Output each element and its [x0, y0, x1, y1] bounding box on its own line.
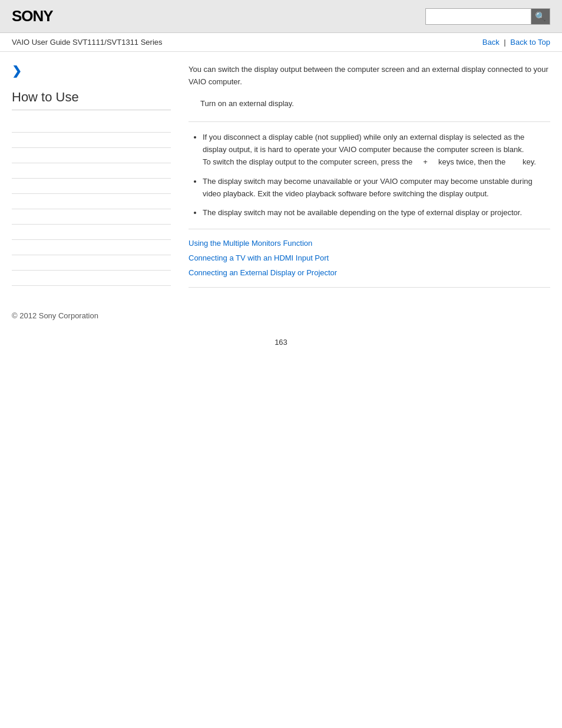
related-link-external-display[interactable]: Connecting an External Display or Projec… [189, 266, 550, 281]
list-item: The display switch may become unavailabl… [203, 176, 550, 200]
list-item [12, 148, 171, 163]
search-icon: 🔍 [535, 11, 546, 22]
list-item [12, 271, 171, 286]
main-container: ❯ How to Use You can switch the display … [0, 52, 562, 299]
list-item [12, 163, 171, 179]
content-intro: You can switch the display output betwee… [189, 64, 550, 88]
back-link[interactable]: Back [482, 38, 500, 47]
list-item [12, 225, 171, 240]
step-note: Turn on an external display. [200, 98, 550, 110]
list-item [12, 133, 171, 148]
list-item [12, 240, 171, 255]
copyright-text: © 2012 Sony Corporation [12, 311, 98, 320]
sony-logo: SONY [12, 7, 53, 25]
sidebar: ❯ How to Use [12, 64, 183, 288]
list-item [12, 179, 171, 194]
nav-separator: | [504, 38, 505, 47]
related-links: Using the Multiple Monitors Function Con… [189, 229, 550, 288]
search-input[interactable] [425, 8, 531, 25]
guide-title: VAIO User Guide SVT1111/SVT1311 Series [12, 38, 163, 47]
list-item [12, 194, 171, 209]
related-link-multiple-monitors[interactable]: Using the Multiple Monitors Function [189, 236, 550, 251]
back-to-top-link[interactable]: Back to Top [510, 38, 550, 47]
list-item: If you disconnect a display cable (not s… [203, 131, 550, 168]
content-divider [189, 121, 550, 122]
page-number: 163 [0, 326, 562, 358]
notes-list: If you disconnect a display cable (not s… [189, 131, 550, 219]
search-area: 🔍 [425, 8, 550, 25]
chevron-icon[interactable]: ❯ [12, 64, 171, 78]
list-item [12, 209, 171, 225]
sidebar-menu [12, 117, 171, 286]
sidebar-title: How to Use [12, 90, 171, 110]
page-footer: © 2012 Sony Corporation [0, 299, 562, 326]
nav-bar: VAIO User Guide SVT1111/SVT1311 Series B… [0, 33, 562, 52]
content-area: You can switch the display output betwee… [183, 64, 550, 288]
list-item: The display switch may not be available … [203, 207, 550, 219]
page-header: SONY 🔍 [0, 0, 562, 33]
nav-links: Back | Back to Top [482, 38, 550, 47]
search-button[interactable]: 🔍 [531, 8, 550, 25]
list-item [12, 117, 171, 133]
list-item [12, 255, 171, 271]
related-link-hdmi-tv[interactable]: Connecting a TV with an HDMI Input Port [189, 251, 550, 266]
